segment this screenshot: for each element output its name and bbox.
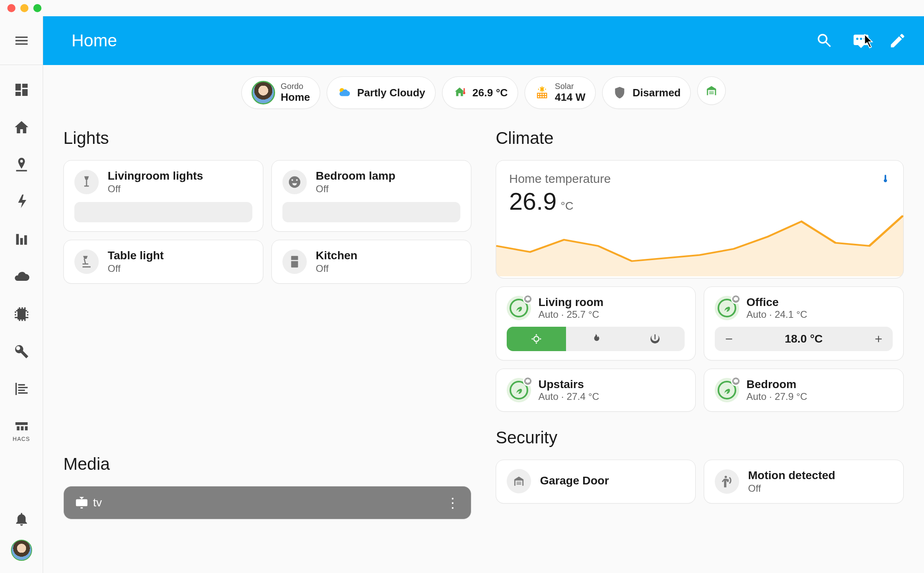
weather-partly-cloudy-icon xyxy=(337,85,351,100)
temp-down-button[interactable]: − xyxy=(715,327,743,351)
face-icon xyxy=(282,170,307,194)
chip-solar[interactable]: Solar 414 W xyxy=(525,76,596,109)
window-minimize-button[interactable] xyxy=(20,4,28,12)
mode-auto-button[interactable] xyxy=(507,327,566,351)
climate-room-name: Office xyxy=(746,296,807,309)
menu-button[interactable] xyxy=(13,32,30,49)
chip-weather[interactable]: Partly Cloudy xyxy=(327,76,436,109)
light-label: Bedroom lamp xyxy=(316,169,395,182)
climate-status-icon xyxy=(507,378,531,402)
chip-user-state: Home xyxy=(281,91,310,104)
climate-card-office[interactable]: Office Auto · 24.1 °C − 18.0 °C + xyxy=(704,286,904,360)
desk-lamp-icon xyxy=(74,250,99,274)
fridge-icon xyxy=(282,250,307,274)
sidebar: HACS xyxy=(0,16,43,573)
climate-room-name: Upstairs xyxy=(538,378,599,391)
climate-status-icon xyxy=(715,296,739,320)
shield-off-icon xyxy=(612,85,627,100)
chip-security-text: Disarmed xyxy=(633,87,681,99)
light-card-bedroom-lamp[interactable]: Bedroom lamp Off xyxy=(271,160,471,232)
sidebar-item-dashboard[interactable] xyxy=(13,81,30,98)
garage-icon xyxy=(704,83,719,98)
climate-status-icon xyxy=(715,378,739,402)
solar-panel-icon xyxy=(535,85,549,100)
climate-home-value: 26.9 xyxy=(509,187,557,215)
light-card-kitchen[interactable]: Kitchen Off xyxy=(271,240,471,284)
tv-icon xyxy=(74,495,89,510)
light-label: Livingroom lights xyxy=(108,169,203,182)
chip-solar-value: 414 W xyxy=(555,91,586,104)
sidebar-item-home[interactable] xyxy=(13,119,30,136)
light-state: Off xyxy=(316,263,358,274)
window-titlebar xyxy=(0,0,924,16)
lights-section-title: Lights xyxy=(63,128,471,148)
sidebar-item-addons[interactable] xyxy=(13,306,30,323)
light-card-table-light[interactable]: Table light Off xyxy=(63,240,263,284)
climate-room-name: Bedroom xyxy=(746,378,807,391)
climate-room-status: Auto · 27.4 °C xyxy=(538,391,599,402)
light-card-livingroom-lights[interactable]: Livingroom lights Off xyxy=(63,160,263,232)
light-label: Table light xyxy=(108,249,164,262)
thermometer-icon xyxy=(881,172,890,187)
security-card-garage-door[interactable]: Garage Door xyxy=(496,460,696,504)
climate-chart xyxy=(496,215,903,276)
window-maximize-button[interactable] xyxy=(33,4,41,12)
mode-off-button[interactable] xyxy=(625,327,685,351)
climate-card-living-room[interactable]: Living room Auto · 25.7 °C xyxy=(496,286,696,360)
chip-temp-text: 26.9 °C xyxy=(473,87,508,99)
garage-icon xyxy=(507,469,531,493)
chips-row: Gordo Home Partly Cloudy 26.9 °C xyxy=(43,65,924,120)
chip-user[interactable]: Gordo Home xyxy=(241,76,320,109)
edit-dashboard-button[interactable] xyxy=(887,30,908,51)
chip-user-name: Gordo xyxy=(281,82,310,91)
temp-setpoint: 18.0 °C xyxy=(743,332,864,345)
media-tv-label: tv xyxy=(93,496,446,509)
window-close-button[interactable] xyxy=(7,4,15,12)
light-state: Off xyxy=(108,263,164,274)
light-state: Off xyxy=(108,183,203,195)
climate-card-upstairs[interactable]: Upstairs Auto · 27.4 °C xyxy=(496,369,696,412)
sidebar-item-energy[interactable] xyxy=(13,193,30,211)
page-title: Home xyxy=(72,31,814,50)
media-more-button[interactable]: ⋮ xyxy=(446,495,460,511)
security-card-motion-detected[interactable]: Motion detected Off xyxy=(704,460,904,504)
header: Home xyxy=(43,16,924,65)
security-item-name: Garage Door xyxy=(540,474,609,487)
sidebar-item-hacs[interactable]: HACS xyxy=(13,418,30,442)
sidebar-item-logbook[interactable] xyxy=(13,380,30,397)
climate-home-temp-card[interactable]: Home temperature 26.9 °C xyxy=(496,160,904,278)
climate-room-status: Auto · 24.1 °C xyxy=(746,309,807,320)
climate-room-name: Living room xyxy=(538,296,603,309)
chip-garage[interactable] xyxy=(697,76,726,105)
temp-up-button[interactable]: + xyxy=(864,327,893,351)
sidebar-item-cloud[interactable] xyxy=(13,268,30,285)
search-button[interactable] xyxy=(814,30,835,51)
svg-point-1 xyxy=(540,87,544,91)
sidebar-item-map[interactable] xyxy=(13,156,30,173)
climate-room-status: Auto · 25.7 °C xyxy=(538,309,603,320)
light-label: Kitchen xyxy=(316,249,358,262)
climate-room-status: Auto · 27.9 °C xyxy=(746,391,807,402)
sidebar-item-notifications[interactable] xyxy=(13,510,30,527)
home-thermometer-icon xyxy=(452,85,467,100)
media-card-tv[interactable]: tv ⋮ xyxy=(63,486,471,519)
climate-section-title: Climate xyxy=(496,128,904,148)
motion-sensor-icon xyxy=(715,469,739,494)
security-item-name: Motion detected xyxy=(748,469,835,482)
chip-weather-text: Partly Cloudy xyxy=(357,87,425,99)
chip-security[interactable]: Disarmed xyxy=(602,76,691,109)
chip-temperature[interactable]: 26.9 °C xyxy=(442,76,518,109)
cursor-pointer-icon xyxy=(857,33,877,54)
sidebar-item-devtools[interactable] xyxy=(13,343,30,360)
brightness-slider[interactable] xyxy=(74,202,252,222)
climate-status-icon xyxy=(507,296,531,320)
mode-heat-button[interactable] xyxy=(566,327,625,351)
media-section-title: Media xyxy=(63,454,471,474)
sidebar-user-avatar[interactable] xyxy=(11,540,32,561)
brightness-slider[interactable] xyxy=(282,202,460,222)
sidebar-hacs-label: HACS xyxy=(13,436,30,442)
climate-home-label: Home temperature xyxy=(509,172,611,187)
sidebar-item-history[interactable] xyxy=(13,231,30,248)
climate-card-bedroom[interactable]: Bedroom Auto · 27.9 °C xyxy=(704,369,904,412)
security-section-title: Security xyxy=(496,428,904,447)
